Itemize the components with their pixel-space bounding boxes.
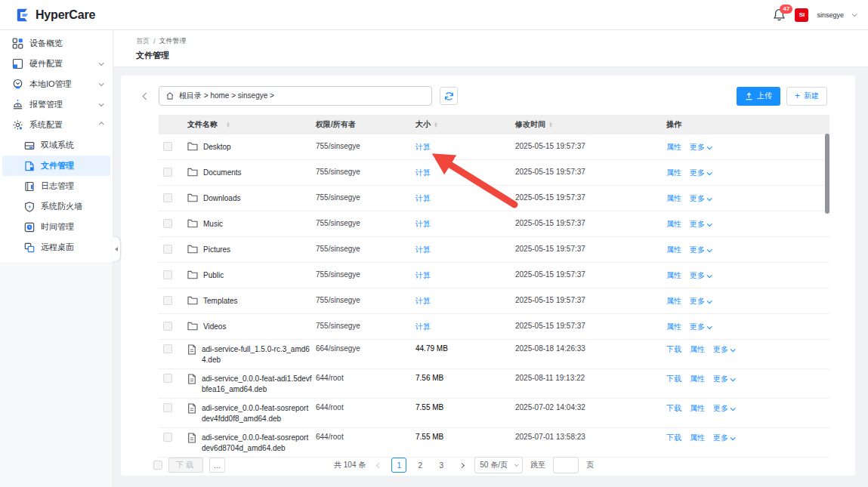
breadcrumb-home[interactable]: 首页 [136,36,150,46]
sidebar-item-device-overview[interactable]: 设备概览 [0,33,113,54]
path-input[interactable]: 根目录 > home > sinsegye > [159,86,432,106]
select-all-checkbox[interactable] [153,461,162,470]
attributes-link[interactable]: 属性 [666,142,681,153]
file-name[interactable]: adi-service-full_1.5.0-rc.3_amd64.deb [202,344,312,365]
more-link[interactable]: 更多 [690,296,711,307]
more-link[interactable]: 更多 [690,142,711,153]
sidebar-subitem-remote-desktop[interactable]: 远程桌面 [2,237,110,257]
page-button[interactable]: 3 [434,458,449,473]
attributes-link[interactable]: 属性 [666,245,681,255]
refresh-button[interactable] [440,87,458,105]
calculate-size-link[interactable]: 计算 [415,245,431,255]
calculate-size-link[interactable]: 计算 [415,193,431,204]
prev-page-button[interactable] [373,458,384,473]
attributes-link[interactable]: 属性 [666,219,681,230]
file-name[interactable]: Public [203,270,314,281]
file-name[interactable]: Music [203,219,314,230]
attributes-link[interactable]: 属性 [666,193,681,204]
more-link[interactable]: 更多 [690,219,711,230]
more-link[interactable]: 更多 [690,245,711,255]
calculate-size-link[interactable]: 计算 [415,168,431,178]
file-name[interactable]: Downloads [203,193,314,204]
file-name[interactable]: Documents [203,168,314,178]
file-name[interactable]: adi-service_0.0.0-feat-adi1.5devfbfea16_… [202,374,312,395]
more-link[interactable]: 更多 [713,344,734,355]
page-button[interactable]: 2 [412,458,428,473]
sidebar-item-alarm-manage[interactable]: 报警管理 [0,94,113,115]
page-button[interactable]: 1 [391,458,406,473]
sidebar-subitem-file-manage[interactable]: 文件管理 [2,156,110,176]
sidebar-subitem-log-manage[interactable]: 日志管理 [2,176,110,196]
row-checkbox[interactable] [163,374,172,383]
attributes-link[interactable]: 属性 [690,344,705,355]
attributes-link[interactable]: 属性 [690,433,705,443]
row-checkbox[interactable] [163,433,172,442]
row-checkbox[interactable] [163,270,172,279]
next-page-button[interactable] [456,458,467,473]
sidebar-subitem-firewall[interactable]: 系统防火墙 [2,196,110,217]
calculate-size-link[interactable]: 计算 [415,296,431,307]
more-link[interactable]: 更多 [690,168,711,178]
table-scrollbar[interactable] [825,134,829,214]
more-link[interactable]: 更多 [690,193,711,204]
calculate-size-link[interactable]: 计算 [415,142,431,153]
back-button[interactable] [144,94,149,99]
file-name[interactable]: adi-service_0.0.0-feat-sosreportdev4fdd0… [202,403,312,424]
attributes-link[interactable]: 属性 [690,403,705,414]
download-link[interactable]: 下载 [666,433,681,443]
table-body: Desktop755/sinsegye计算2025-05-15 19:57:37… [159,134,829,458]
new-button[interactable]: + 新建 [786,87,827,106]
more-link[interactable]: 更多 [690,270,711,281]
dual-domain-icon [24,140,35,151]
sidebar-item-system-config[interactable]: 系统配置 [0,115,113,135]
attributes-link[interactable]: 属性 [666,168,681,178]
sort-icon[interactable]: ▲▼ [226,122,230,128]
chevron-down-icon [707,298,712,304]
avatar[interactable]: SI [795,8,808,22]
batch-download-button[interactable]: 下载 [168,458,203,473]
sidebar-subitem-time-manage[interactable]: 时间管理 [2,217,110,237]
sort-icon[interactable]: ▲▼ [548,122,553,128]
attributes-link[interactable]: 属性 [666,296,681,307]
sort-icon[interactable]: ▲▼ [434,122,438,128]
row-checkbox[interactable] [163,193,172,202]
row-checkbox[interactable] [163,245,172,254]
file-name[interactable]: Desktop [203,142,314,153]
row-checkbox[interactable] [163,168,172,177]
more-link[interactable]: 更多 [713,403,734,414]
attributes-link[interactable]: 属性 [666,322,681,332]
calculate-size-link[interactable]: 计算 [415,219,431,230]
sidebar-subitem-dual-domain[interactable]: 双域系统 [2,135,110,156]
more-link[interactable]: 更多 [690,322,711,332]
row-checkbox[interactable] [163,296,172,305]
download-link[interactable]: 下载 [666,344,681,355]
more-link[interactable]: 更多 [713,374,734,384]
download-link[interactable]: 下载 [666,374,681,384]
file-name[interactable]: Pictures [203,245,314,255]
row-checkbox[interactable] [163,403,172,412]
file-name[interactable]: Videos [203,322,314,332]
row-checkbox[interactable] [163,322,172,331]
file-name[interactable]: adi-service_0.0.0-feat-sosreportdev6d870… [202,433,312,454]
attributes-link[interactable]: 属性 [690,374,705,384]
attributes-link[interactable]: 属性 [666,270,681,281]
more-link[interactable]: 更多 [713,433,734,443]
notification-bell-icon[interactable]: 47 [773,8,786,22]
download-link[interactable]: 下载 [666,403,681,414]
sidebar-collapse-handle[interactable] [113,237,120,261]
row-checkbox[interactable] [163,219,172,228]
batch-more-button[interactable]: … [209,458,225,473]
calculate-size-link[interactable]: 计算 [415,322,431,332]
sidebar-item-hardware-config[interactable]: 硬件配置 [0,54,113,74]
sidebar-item-local-io[interactable]: 本地IO管理 [0,74,113,94]
current-path[interactable]: 根目录 > home > sinsegye > [179,91,274,101]
calculate-size-link[interactable]: 计算 [415,270,431,281]
file-name[interactable]: Templates [203,296,314,307]
upload-button[interactable]: 上传 [737,87,780,106]
page-size-select[interactable]: 50 条/页 [474,457,523,473]
row-checkbox[interactable] [163,344,172,353]
username[interactable]: sinsegye [817,11,844,19]
jump-page-input[interactable] [553,457,579,473]
row-checkbox[interactable] [163,142,172,151]
chevron-down-icon[interactable] [852,11,857,17]
